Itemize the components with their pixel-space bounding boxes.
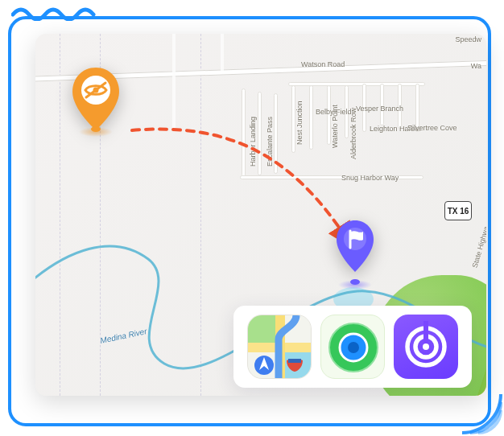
find-my-icon: [321, 315, 385, 379]
label-vesper-branch: Vesper Branch: [356, 105, 403, 113]
flag-icon: [331, 219, 379, 277]
boundary-line: [200, 34, 201, 396]
label-medina-river: Medina River: [100, 327, 148, 345]
svg-point-12: [348, 342, 359, 353]
label-watson-road: Watson Road: [301, 60, 345, 68]
pin-destination[interactable]: [327, 219, 383, 291]
life360-icon: [394, 315, 458, 379]
svg-rect-6: [288, 359, 301, 363]
road-minor: [221, 34, 224, 71]
label-waterloo-point: Waterlo Point: [331, 105, 339, 148]
boundary-line: [60, 34, 60, 396]
hidden-eye-icon: [68, 66, 124, 134]
svg-point-15: [423, 343, 429, 350]
app-icon-apple-maps[interactable]: [247, 315, 312, 379]
road-minor: [172, 34, 176, 130]
app-dock: [233, 306, 472, 388]
label-alderbrook-row: Alderbrook Row: [349, 108, 357, 159]
label-harbor-landing: Harbor Landing: [249, 117, 257, 167]
label-silvertree-cove: Silvertree Cove: [407, 124, 457, 132]
label-escalante-pass: Escalante Pass: [266, 117, 274, 167]
app-icon-find-my[interactable]: [320, 315, 385, 379]
apple-maps-icon: [248, 315, 312, 379]
squiggle-decoration-top: [11, 3, 108, 21]
pin-hidden-location[interactable]: [68, 66, 124, 138]
label-watson-suffix: Wa: [471, 62, 481, 70]
label-speedway: Speedw: [455, 35, 481, 43]
map-card: Watson Road Wa Speedw Harbor Landing Esc…: [35, 34, 486, 396]
app-icon-life360[interactable]: [394, 315, 458, 379]
label-state-highway: State Highwa: [471, 225, 486, 269]
label-nest-junction: Nest Junction: [295, 101, 304, 145]
highway-shield-tx16: TX 16: [444, 201, 472, 220]
map-canvas[interactable]: Watson Road Wa Speedw Harbor Landing Esc…: [35, 34, 486, 396]
highway-shield-label: TX 16: [448, 207, 469, 216]
label-snug-harbor-way: Snug Harbor Way: [341, 174, 399, 182]
